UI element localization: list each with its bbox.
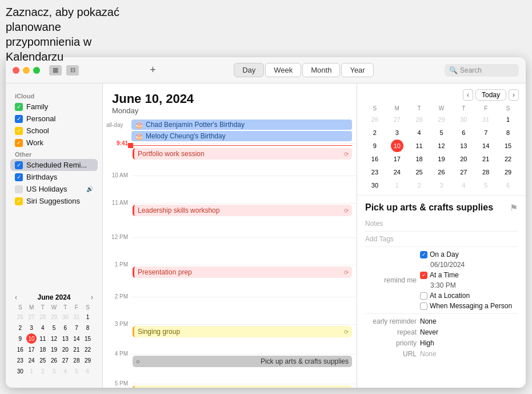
rmc-day[interactable]: 13 bbox=[457, 140, 470, 152]
cal-day[interactable]: 16 bbox=[15, 344, 25, 355]
cal-event-pickup[interactable]: ○ Pick up arts & crafts supplies bbox=[133, 356, 352, 367]
allday-event-2[interactable]: 🎂 Melody Cheung's Birthday bbox=[131, 131, 352, 141]
cal-day[interactable]: 3 bbox=[49, 366, 59, 376]
rmc-day[interactable]: 26 bbox=[435, 166, 447, 178]
maximize-button[interactable] bbox=[33, 67, 40, 74]
cal-day[interactable]: 6 bbox=[83, 366, 93, 376]
cal-day[interactable]: 11 bbox=[38, 333, 48, 344]
rmc-day[interactable]: 3 bbox=[435, 179, 447, 192]
cal-day[interactable]: 22 bbox=[83, 344, 93, 355]
search-box[interactable]: 🔍 Search bbox=[445, 64, 519, 77]
cal-day[interactable]: 27 bbox=[26, 312, 37, 322]
sidebar-item-work[interactable]: ✓ Work bbox=[10, 137, 98, 149]
cal-event-portfolio[interactable]: Portfolio work session ⟳ bbox=[133, 148, 352, 160]
rmc-day[interactable]: 17 bbox=[391, 153, 403, 165]
cal-day[interactable]: 15 bbox=[83, 333, 93, 344]
sidebar-item-school[interactable]: ✓ School bbox=[10, 125, 98, 137]
cal-day[interactable]: 5 bbox=[71, 366, 82, 376]
cal-day[interactable]: 2 bbox=[15, 323, 25, 333]
cal-day[interactable]: 19 bbox=[49, 344, 59, 355]
at-a-time-checkbox[interactable]: ✓ bbox=[420, 272, 427, 279]
calendar-list-icon[interactable]: ▦ bbox=[49, 65, 62, 75]
rmc-day[interactable]: 4 bbox=[457, 179, 470, 192]
cal-day[interactable]: 28 bbox=[38, 312, 48, 322]
rmc-day[interactable]: 27 bbox=[391, 113, 403, 126]
sidebar-item-personal[interactable]: ✓ Personal bbox=[10, 113, 98, 125]
cal-day[interactable]: 14 bbox=[71, 333, 82, 344]
sidebar-cal-prev-button[interactable]: ‹ bbox=[15, 293, 17, 301]
birthdays-checkbox[interactable]: ✓ bbox=[15, 173, 23, 181]
rmc-day[interactable]: 20 bbox=[457, 153, 470, 165]
siri-suggestions-checkbox[interactable]: ✓ bbox=[15, 197, 23, 205]
rmc-day[interactable]: 27 bbox=[457, 166, 470, 178]
cal-day-today[interactable]: 10 bbox=[26, 333, 37, 344]
cal-day[interactable]: 29 bbox=[49, 312, 59, 322]
inbox-icon[interactable]: ⊟ bbox=[66, 65, 79, 75]
rmc-day[interactable]: 4 bbox=[413, 126, 426, 139]
rmc-next-button[interactable]: › bbox=[509, 89, 519, 101]
rmc-day[interactable]: 28 bbox=[479, 166, 492, 178]
rmc-day[interactable]: 6 bbox=[457, 126, 470, 139]
rmc-day[interactable]: 15 bbox=[502, 140, 514, 152]
rmc-day[interactable]: 2 bbox=[413, 179, 426, 192]
sidebar-item-birthdays[interactable]: ✓ Birthdays bbox=[10, 171, 98, 183]
sidebar-item-scheduled-reminders[interactable]: ✓ Scheduled Remi... bbox=[10, 159, 98, 171]
rmc-day[interactable]: 11 bbox=[413, 140, 426, 152]
flag-icon[interactable]: ⚑ bbox=[510, 202, 518, 213]
close-button[interactable] bbox=[13, 67, 19, 74]
rmc-day[interactable]: 30 bbox=[369, 179, 381, 192]
cal-day[interactable]: 4 bbox=[38, 323, 48, 333]
cal-event-leadership[interactable]: Leadership skills workshop ⟳ bbox=[133, 205, 352, 216]
rmc-day[interactable]: 7 bbox=[479, 126, 492, 139]
cal-day[interactable]: 25 bbox=[38, 355, 48, 365]
cal-day[interactable]: 3 bbox=[26, 323, 37, 333]
rmc-day[interactable]: 19 bbox=[435, 153, 447, 165]
today-button[interactable]: Today bbox=[475, 89, 506, 101]
cal-day[interactable]: 1 bbox=[83, 312, 93, 322]
cal-event-project[interactable]: Project presentations ⟳ 🕐 5 – 7PM bbox=[133, 385, 352, 388]
rmc-prev-button[interactable]: ‹ bbox=[463, 89, 473, 101]
school-checkbox[interactable]: ✓ bbox=[15, 127, 23, 135]
rmc-day[interactable]: 21 bbox=[479, 153, 492, 165]
rmc-day[interactable]: 3 bbox=[391, 126, 403, 139]
on-a-day-checkbox[interactable]: ✓ bbox=[420, 251, 427, 258]
cal-event-presentation[interactable]: Presentation prep ⟳ bbox=[133, 266, 352, 278]
cal-event-singing[interactable]: Singing group ⟳ bbox=[133, 326, 352, 337]
rmc-day[interactable]: 6 bbox=[502, 179, 514, 192]
cal-day[interactable]: 30 bbox=[60, 312, 70, 322]
month-view-button[interactable]: Month bbox=[302, 63, 340, 77]
when-messaging-checkbox[interactable] bbox=[420, 303, 427, 310]
year-view-button[interactable]: Year bbox=[341, 63, 373, 77]
cal-day[interactable]: 7 bbox=[71, 323, 82, 333]
family-checkbox[interactable]: ✓ bbox=[15, 103, 23, 111]
cal-day[interactable]: 26 bbox=[15, 312, 25, 322]
cal-day[interactable]: 17 bbox=[26, 344, 37, 355]
cal-day[interactable]: 23 bbox=[15, 355, 25, 365]
cal-day[interactable]: 12 bbox=[49, 333, 59, 344]
minimize-button[interactable] bbox=[23, 67, 30, 74]
rmc-day[interactable]: 28 bbox=[413, 113, 426, 126]
cal-day[interactable]: 5 bbox=[49, 323, 59, 333]
sidebar-item-us-holidays[interactable]: US Holidays 🔊 bbox=[10, 183, 98, 195]
rmc-day[interactable]: 9 bbox=[369, 140, 381, 152]
cal-day[interactable]: 9 bbox=[15, 333, 25, 344]
cal-day[interactable]: 30 bbox=[15, 366, 25, 376]
rmc-day-today[interactable]: 10 bbox=[391, 140, 403, 152]
rmc-day[interactable]: 8 bbox=[502, 126, 514, 139]
week-view-button[interactable]: Week bbox=[265, 63, 301, 77]
cal-day[interactable]: 4 bbox=[60, 366, 70, 376]
cal-day[interactable]: 29 bbox=[83, 355, 93, 365]
rmc-day[interactable]: 31 bbox=[479, 113, 492, 126]
cal-day[interactable]: 27 bbox=[60, 355, 70, 365]
cal-day[interactable]: 8 bbox=[83, 323, 93, 333]
rmc-day[interactable]: 29 bbox=[502, 166, 514, 178]
rmc-day[interactable]: 16 bbox=[369, 153, 381, 165]
work-checkbox[interactable]: ✓ bbox=[15, 139, 23, 147]
cal-day[interactable]: 20 bbox=[60, 344, 70, 355]
sidebar-cal-next-button[interactable]: › bbox=[91, 293, 93, 301]
allday-event-1[interactable]: 🎂 Chad Benjamin Potter's Birthday bbox=[131, 120, 352, 130]
notes-label[interactable]: Notes bbox=[365, 220, 518, 228]
day-view-button[interactable]: Day bbox=[234, 63, 264, 77]
rmc-day[interactable]: 18 bbox=[413, 153, 426, 165]
cal-day[interactable]: 6 bbox=[60, 323, 70, 333]
